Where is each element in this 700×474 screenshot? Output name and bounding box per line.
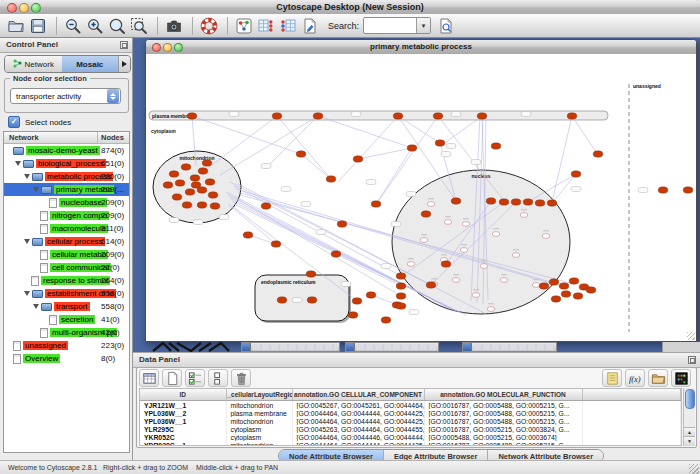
nucleus-node[interactable] (407, 262, 415, 267)
network-node[interactable] (561, 291, 571, 297)
network-view-titlebar[interactable]: primary metabolic process (146, 40, 696, 55)
network-node[interactable] (307, 297, 317, 303)
network-node[interactable] (326, 176, 336, 182)
tree-expander-icon[interactable] (33, 187, 39, 192)
table-cell[interactable]: mitochondrion (226, 417, 292, 425)
table-cell[interactable]: [GO:0016787, GO:0005488, GO:0005215, G..… (424, 401, 582, 410)
attribute-table[interactable]: ID_cellularLayoutRegionannotation.GO CEL… (139, 388, 682, 446)
network-node[interactable] (169, 171, 179, 177)
scrollbar-thumb[interactable] (685, 389, 695, 409)
network-node[interactable] (181, 164, 191, 170)
nucleus-node[interactable] (487, 307, 495, 312)
new-attribute-icon[interactable] (162, 369, 182, 387)
network-edge[interactable] (572, 116, 598, 155)
help-ring-icon[interactable] (199, 16, 219, 36)
network-edge[interactable] (277, 116, 331, 179)
network-node[interactable] (421, 211, 431, 217)
network-node[interactable] (175, 180, 185, 186)
network-node[interactable] (396, 303, 406, 309)
nucleus-node[interactable] (472, 293, 480, 298)
nucleus-node[interactable] (542, 234, 550, 239)
nucleus-node[interactable] (460, 248, 468, 253)
network-node[interactable] (573, 293, 583, 299)
nucleus-node[interactable] (427, 202, 435, 207)
network-node[interactable] (396, 283, 406, 289)
network-node[interactable] (549, 279, 559, 285)
tree-item-secretion[interactable]: secretion41(0) (4, 313, 129, 326)
nucleus-node[interactable] (420, 238, 428, 243)
window-titlebar[interactable]: Cytoscape Desktop (New Session) (0, 0, 700, 15)
network-node[interactable] (658, 187, 668, 193)
table-cell[interactable]: YKR052C (140, 433, 226, 441)
search-dropdown-arrow[interactable]: ▼ (416, 18, 430, 33)
table-cell[interactable] (582, 433, 681, 441)
table-cell[interactable] (582, 401, 681, 410)
network-node[interactable] (243, 232, 253, 238)
network-node[interactable] (306, 271, 316, 277)
nucleus-node[interactable] (492, 232, 500, 237)
network-node[interactable] (569, 278, 579, 284)
search-box[interactable]: ▼ (363, 17, 431, 34)
tree-item-nucleobase-[interactable]: nucleobase-209(0) (4, 196, 129, 209)
network-node[interactable] (182, 202, 192, 208)
open-icon[interactable] (6, 16, 26, 36)
select-attributes-icon[interactable] (185, 369, 205, 387)
network-node[interactable] (261, 203, 271, 209)
network-edge[interactable] (228, 204, 276, 244)
network-node[interactable] (296, 151, 306, 157)
network-node[interactable] (172, 194, 182, 200)
network-node[interactable] (559, 283, 569, 289)
network-edge[interactable] (552, 116, 572, 202)
table-cell[interactable] (582, 409, 681, 417)
network-node[interactable] (352, 298, 362, 304)
more-tabs-arrow[interactable] (118, 56, 130, 72)
tree-item-transport[interactable]: transport558(0) (4, 300, 129, 313)
tree-item-nitrogen-compo[interactable]: nitrogen compo209(0) (4, 209, 129, 222)
zoom-in-icon[interactable] (85, 16, 105, 36)
delete-attribute-icon[interactable] (231, 369, 251, 387)
network-node[interactable] (210, 203, 220, 209)
table-cell[interactable]: YLR295C (140, 425, 226, 433)
network-node[interactable] (371, 201, 381, 207)
formula-icon[interactable]: f(x) (625, 369, 645, 387)
search-options-icon[interactable] (436, 16, 456, 36)
attribute-table-header[interactable]: ID_cellularLayoutRegionannotation.GO CEL… (140, 389, 681, 401)
network-node[interactable] (571, 171, 581, 177)
network-node[interactable] (271, 241, 281, 247)
network-node[interactable] (435, 140, 445, 146)
table-cell[interactable]: [GO:0044464, GO:0044446, GO:0044444, G..… (292, 433, 424, 441)
network-node[interactable] (683, 187, 693, 193)
tree-item-macromolecule[interactable]: macromolecule311(0) (4, 222, 129, 235)
network-edge[interactable] (318, 116, 412, 148)
tree-item-mosaic-demo-yeast[interactable]: mosaic-demo-yeast874(0) (4, 144, 129, 157)
network-node[interactable] (396, 293, 406, 299)
unselect-attributes-icon[interactable] (208, 369, 228, 387)
network-node[interactable] (499, 199, 509, 205)
column-header[interactable]: _cellularLayoutRegion (226, 389, 292, 401)
tree-expander-icon[interactable] (15, 161, 21, 166)
network-node[interactable] (407, 145, 417, 151)
table-cell[interactable] (582, 417, 681, 425)
nucleus-node[interactable] (512, 253, 520, 258)
network-node[interactable] (191, 182, 201, 188)
tree-item-cellular-process[interactable]: cellular process614(0) (4, 235, 129, 248)
table-cell[interactable]: cytoplasm (226, 433, 292, 441)
network-node[interactable] (198, 168, 208, 174)
network-node[interactable] (539, 283, 549, 289)
network-node[interactable] (586, 287, 596, 293)
nucleus-node[interactable] (480, 264, 488, 269)
network-node[interactable] (313, 113, 323, 119)
network-graph[interactable]: plasma membranecytoplasmmitochondrionnuc… (146, 54, 696, 341)
table-cell[interactable]: YJR121W__1 (140, 401, 226, 410)
table-cell[interactable]: [GO:0016787, GO:0005488, GO:0005215, G..… (424, 409, 582, 417)
column-header[interactable]: annotation.GO MOLECULAR_FUNCTION (424, 389, 582, 401)
column-header[interactable]: ID (140, 389, 226, 401)
network-node[interactable] (451, 198, 461, 204)
matrix-icon[interactable] (671, 369, 691, 387)
network-node[interactable] (272, 113, 282, 119)
network-node[interactable] (163, 182, 173, 188)
network-node[interactable] (337, 221, 347, 227)
table-row[interactable]: YDR039C__1mitochondrion[GO:0044464, GO:0… (140, 441, 681, 446)
network-node[interactable] (353, 156, 363, 162)
tree-item-cell-communicat[interactable]: cell communicat22(0) (4, 261, 129, 274)
